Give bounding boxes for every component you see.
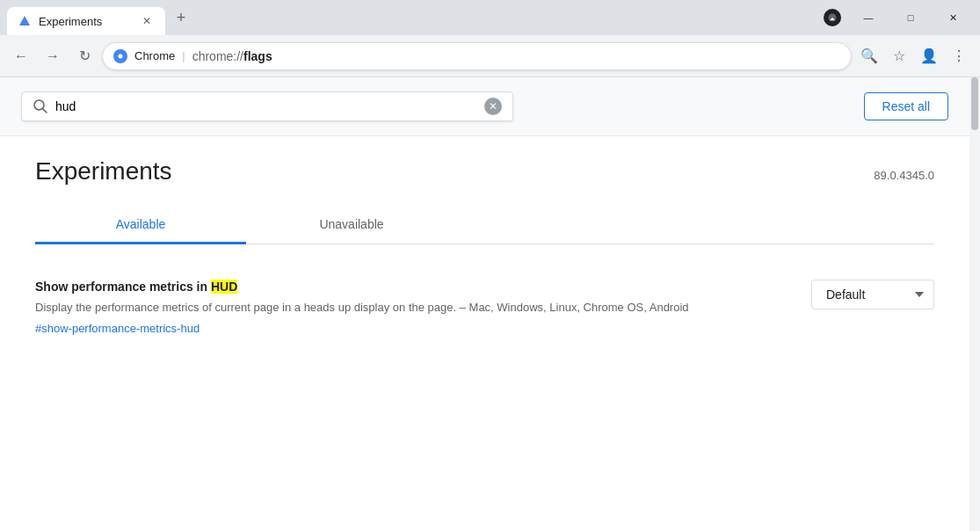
new-tab-button[interactable]: + <box>169 5 193 30</box>
title-bar: Experiments ✕ + — □ ✕ <box>0 0 980 35</box>
maximize-button[interactable]: □ <box>890 4 931 32</box>
tabs-container: Available Unavailable <box>35 207 934 244</box>
tab-title: Experiments <box>39 15 132 28</box>
scrollbar-thumb[interactable] <box>971 77 978 130</box>
reset-all-button[interactable]: Reset all <box>864 92 948 120</box>
profile-dropdown[interactable] <box>824 9 841 26</box>
site-icon <box>113 49 127 63</box>
page-title: Experiments <box>35 157 172 185</box>
scrollbar[interactable] <box>969 77 980 531</box>
search-input[interactable] <box>55 99 477 113</box>
menu-button[interactable]: ⋮ <box>945 42 973 70</box>
tab-strip: Experiments ✕ + <box>7 0 820 35</box>
version-number: 89.0.4345.0 <box>874 169 934 182</box>
profile-dropdown-icon <box>827 12 838 23</box>
tab-available[interactable]: Available <box>35 207 246 244</box>
svg-marker-0 <box>19 16 30 25</box>
url-path: flags <box>243 49 272 63</box>
search-clear-button[interactable]: ✕ <box>484 98 502 115</box>
tab-close-button[interactable]: ✕ <box>139 13 155 29</box>
flag-name: Show performance metrics in HUD <box>35 280 776 294</box>
forward-button[interactable]: → <box>39 42 67 70</box>
tab-unavailable[interactable]: Unavailable <box>246 207 457 244</box>
nav-icons: 🔍 ☆ 👤 ⋮ <box>855 42 973 70</box>
address-url: chrome://flags <box>192 49 840 63</box>
page-main: ✕ Reset all Experiments 89.0.4345.0 Avai… <box>0 77 969 531</box>
flag-control: Default Enabled Disabled <box>811 280 934 309</box>
flag-name-highlight: HUD <box>211 280 237 294</box>
tab-favicon <box>18 14 32 28</box>
page: ✕ Reset all Experiments 89.0.4345.0 Avai… <box>0 77 980 531</box>
search-icon <box>33 98 48 114</box>
minimize-button[interactable]: — <box>848 4 889 32</box>
address-divider: | <box>182 49 185 62</box>
site-name: Chrome <box>134 49 175 62</box>
flag-link[interactable]: #show-performance-metrics-hud <box>35 322 200 335</box>
close-window-button[interactable]: ✕ <box>933 4 973 32</box>
search-input-wrapper[interactable]: ✕ <box>21 91 513 121</box>
bookmark-button[interactable]: ☆ <box>885 42 913 70</box>
flag-info: Show performance metrics in HUD Display … <box>35 280 776 336</box>
nav-bar: ← → ↻ Chrome | chrome://flags 🔍 ☆ 👤 ⋮ <box>0 35 980 77</box>
chrome-icon <box>114 50 127 62</box>
experiments-header: Experiments 89.0.4345.0 <box>35 157 934 185</box>
svg-line-5 <box>43 109 47 113</box>
back-button[interactable]: ← <box>7 42 35 70</box>
select-wrapper[interactable]: Default Enabled Disabled <box>811 280 934 309</box>
address-bar[interactable]: Chrome | chrome://flags <box>102 42 852 70</box>
flag-name-before: Show performance metrics in <box>35 280 211 294</box>
zoom-button[interactable]: 🔍 <box>855 42 883 70</box>
url-protocol: chrome:// <box>192 49 243 63</box>
window-controls: — □ ✕ <box>848 4 973 32</box>
search-bar-container: ✕ Reset all <box>0 77 969 136</box>
flag-description: Display the performance metrics of curre… <box>35 299 776 316</box>
profile-button[interactable]: 👤 <box>915 42 943 70</box>
active-tab[interactable]: Experiments ✕ <box>7 7 165 35</box>
flag-item: Show performance metrics in HUD Display … <box>35 266 934 350</box>
flag-select[interactable]: Default Enabled Disabled <box>811 280 934 309</box>
experiments-content: Experiments 89.0.4345.0 Available Unavai… <box>0 136 969 371</box>
svg-point-3 <box>119 54 123 58</box>
reload-button[interactable]: ↻ <box>70 42 98 70</box>
